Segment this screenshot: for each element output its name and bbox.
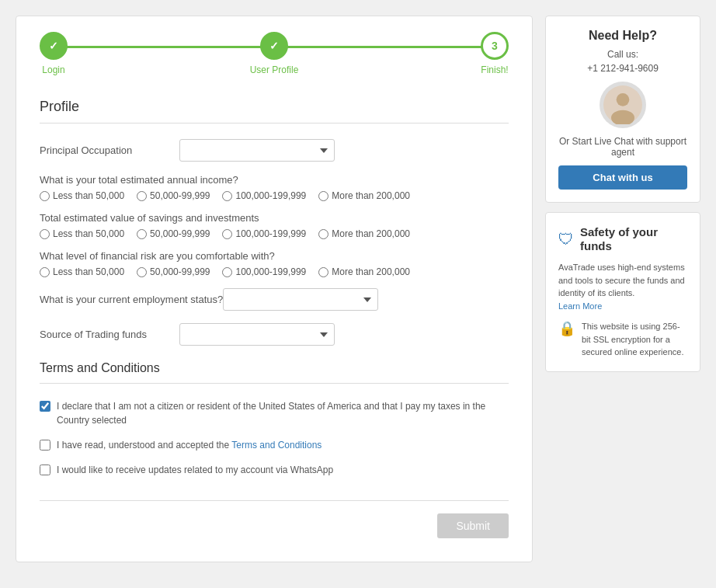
submit-button[interactable]: Submit [437, 513, 509, 538]
phone-number: +1 212-941-9609 [558, 63, 687, 74]
checkbox-not-us-resident-label[interactable]: I declare that I am not a citizen or res… [57, 399, 509, 427]
trading-funds-select[interactable] [179, 323, 335, 346]
step-login-circle: ✓ [40, 32, 68, 60]
checkbox-terms-conditions[interactable] [40, 440, 50, 451]
risk-option-0[interactable]: Less than 50,000 [40, 266, 124, 277]
annual-income-option-0[interactable]: Less than 50,000 [40, 190, 124, 201]
annual-income-question: What is your total estimated annual inco… [40, 174, 509, 186]
principal-occupation-select[interactable] [179, 139, 335, 162]
live-chat-text: Or Start Live Chat with support agent [558, 136, 687, 158]
checkbox-whatsapp-label[interactable]: I would like to receive updates related … [57, 463, 333, 477]
main-panel: ✓ Login ✓ User Profile 3 Finish! Profile… [16, 16, 533, 562]
risk-option-1[interactable]: 50,000-99,999 [137, 266, 210, 277]
principal-occupation-label: Principal Occupation [40, 144, 179, 156]
trading-funds-group: Source of Trading funds [40, 323, 509, 346]
help-title: Need Help? [558, 29, 687, 43]
annual-income-group: What is your total estimated annual inco… [40, 174, 509, 201]
savings-options: Less than 50,000 50,000-99,999 100,000-1… [40, 228, 509, 239]
progress-steps: ✓ Login ✓ User Profile 3 Finish! [40, 32, 509, 75]
checkbox-terms-conditions-label[interactable]: I have read, understood and accepted the… [57, 438, 322, 452]
annual-income-options: Less than 50,000 50,000-99,999 100,000-1… [40, 190, 509, 201]
profile-divider [40, 123, 509, 124]
employment-status-group: What is your current employment status? [40, 288, 509, 311]
terms-divider [40, 383, 509, 384]
step-finish-label: Finish! [481, 64, 508, 75]
employment-status-select[interactable] [223, 288, 378, 311]
terms-conditions-link[interactable]: Terms and Conditions [231, 440, 322, 451]
step-profile-circle: ✓ [260, 32, 288, 60]
annual-income-option-1[interactable]: 50,000-99,999 [137, 190, 210, 201]
sidebar: Need Help? Call us: +1 212-941-9609 Or S… [545, 16, 700, 562]
step-user-profile: ✓ User Profile [250, 32, 299, 75]
trading-funds-select-wrapper [179, 323, 335, 346]
step-finish: 3 Finish! [481, 32, 509, 75]
chat-button[interactable]: Chat with us [558, 165, 687, 190]
risk-options: Less than 50,000 50,000-99,999 100,000-1… [40, 266, 509, 277]
shield-icon: 🛡 [558, 231, 574, 249]
terms-section-title: Terms and Conditions [40, 361, 509, 375]
risk-option-3[interactable]: More than 200,000 [318, 266, 410, 277]
call-us-label: Call us: [558, 49, 687, 60]
step-login: ✓ Login [40, 32, 68, 75]
savings-option-1[interactable]: 50,000-99,999 [137, 228, 210, 239]
ssl-row: 🔒 This website is using 256-bit SSL encr… [558, 320, 687, 359]
svg-point-1 [617, 93, 630, 106]
checkbox-group-2: I have read, understood and accepted the… [40, 438, 509, 452]
savings-option-0[interactable]: Less than 50,000 [40, 228, 124, 239]
savings-question: Total estimated value of savings and inv… [40, 212, 509, 224]
risk-option-2[interactable]: 100,000-199,999 [222, 266, 306, 277]
risk-question: What level of financial risk are you com… [40, 250, 509, 262]
employment-status-label: What is your current employment status? [40, 294, 223, 305]
safety-title: Safety of your funds [580, 225, 687, 253]
employment-select-wrapper [223, 288, 378, 311]
checkbox-group-3: I would like to receive updates related … [40, 463, 509, 477]
submit-row: Submit [40, 500, 509, 538]
annual-income-option-3[interactable]: More than 200,000 [318, 190, 410, 201]
agent-avatar [600, 82, 646, 128]
savings-option-2[interactable]: 100,000-199,999 [222, 228, 306, 239]
step-profile-label: User Profile [250, 64, 299, 75]
principal-occupation-group: Principal Occupation [40, 139, 509, 162]
lock-icon: 🔒 [558, 320, 575, 337]
learn-more-link[interactable]: Learn More [558, 301, 602, 311]
ssl-text: This website is using 256-bit SSL encryp… [582, 320, 687, 359]
step-finish-circle: 3 [481, 32, 509, 60]
safety-card: 🛡 Safety of your funds AvaTrade uses hig… [545, 212, 700, 372]
risk-group: What level of financial risk are you com… [40, 250, 509, 277]
help-card: Need Help? Call us: +1 212-941-9609 Or S… [545, 16, 700, 203]
step-login-label: Login [42, 64, 64, 75]
terms-section: Terms and Conditions I declare that I am… [40, 361, 509, 477]
checkbox-group-1: I declare that I am not a citizen or res… [40, 399, 509, 427]
checkbox-whatsapp-updates[interactable] [40, 464, 50, 475]
savings-option-3[interactable]: More than 200,000 [318, 228, 410, 239]
profile-section-title: Profile [40, 99, 509, 115]
checkbox-not-us-resident[interactable] [40, 401, 50, 412]
safety-header: 🛡 Safety of your funds [558, 225, 687, 253]
safety-description: AvaTrade uses high-end systems and tools… [558, 261, 687, 312]
principal-occupation-select-wrapper [179, 139, 335, 162]
trading-funds-label: Source of Trading funds [40, 329, 179, 340]
annual-income-option-2[interactable]: 100,000-199,999 [222, 190, 306, 201]
savings-group: Total estimated value of savings and inv… [40, 212, 509, 239]
